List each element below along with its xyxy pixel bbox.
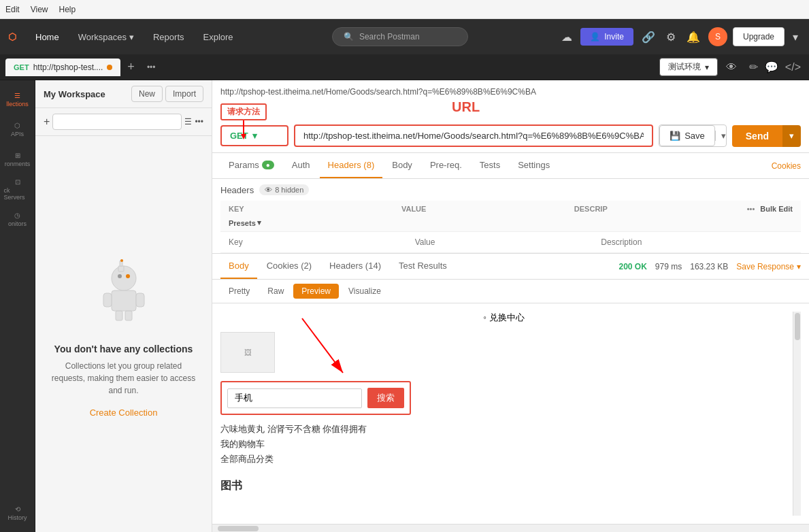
- sidebar-item-environments[interactable]: ⊞ ronments: [4, 146, 31, 173]
- save-icon: 💾: [670, 131, 680, 141]
- resp-tab-cookies[interactable]: Cookies (2): [259, 254, 320, 279]
- key-input[interactable]: [229, 237, 410, 247]
- apis-label: APIs: [11, 131, 24, 137]
- hscrollbar-thumb[interactable]: [218, 526, 259, 531]
- resp-tab-test-results[interactable]: Test Results: [391, 254, 455, 279]
- expand-icon[interactable]: ▾: [790, 28, 801, 46]
- save-button[interactable]: 💾 Save: [659, 125, 715, 146]
- new-button[interactable]: New: [131, 86, 163, 102]
- headers-section: Headers 👁 8 hidden KEY VALUE DESCRIP •••…: [212, 179, 809, 254]
- tab-settings[interactable]: Settings: [510, 153, 558, 178]
- preview-image: 🖼: [220, 332, 275, 373]
- preview-search-button[interactable]: 搜索: [367, 388, 404, 408]
- desc-input[interactable]: [601, 237, 782, 247]
- invite-button[interactable]: 👤 Invite: [580, 28, 633, 46]
- table-row: [220, 232, 801, 253]
- share-icon[interactable]: 🔗: [639, 28, 658, 46]
- value-header: VALUE: [401, 205, 569, 213]
- resp-status: 200 OK 979 ms 163.23 KB Save Response ▾: [619, 262, 802, 271]
- add-collection-icon[interactable]: +: [44, 116, 50, 128]
- descrip-header: DESCRIP: [574, 205, 742, 213]
- resp-tab-body[interactable]: Body: [220, 254, 257, 279]
- menu-help[interactable]: Help: [59, 5, 76, 14]
- empty-illustration: [83, 251, 165, 333]
- sidebar-item-apis[interactable]: ⬡ APIs: [4, 116, 31, 143]
- comment-icon[interactable]: 💬: [762, 58, 781, 76]
- toolbar-right: ☁ 👤 Invite 🔗 ⚙ 🔔 S Upgrade ▾: [559, 27, 801, 46]
- save-response-button[interactable]: Save Response ▾: [736, 262, 801, 271]
- notifications-icon[interactable]: 🔔: [684, 28, 703, 46]
- save-dropdown-icon[interactable]: ▾: [715, 131, 726, 141]
- sidebar-item-monitors[interactable]: ◷ onitors: [4, 205, 31, 233]
- search-text: Search Postman: [359, 32, 420, 41]
- tab-prereq[interactable]: Pre-req.: [422, 153, 470, 178]
- menu-bar: Edit View Help: [0, 0, 809, 19]
- toolbar-nav: Home Workspaces ▾ Reports Explore: [27, 28, 242, 46]
- bulk-edit-button[interactable]: Bulk Edit: [760, 205, 793, 213]
- create-collection-button[interactable]: Create Collection: [90, 408, 158, 418]
- edit-icon[interactable]: ✏: [746, 58, 761, 76]
- preview-line1: 六味地黄丸 治肾亏不含糖 你值得拥有: [220, 423, 787, 435]
- desc-cell: [601, 237, 782, 247]
- nav-home[interactable]: Home: [27, 28, 67, 46]
- panel-actions: New Import: [131, 86, 203, 102]
- avatar[interactable]: S: [708, 27, 727, 46]
- panel-more-icon[interactable]: •••: [195, 117, 203, 127]
- environments-icon: ⊞: [15, 152, 20, 159]
- sidebar-item-mock-servers[interactable]: ⊡ ck Servers: [4, 176, 31, 203]
- send-button[interactable]: Send: [732, 125, 782, 147]
- svg-marker-12: [241, 134, 246, 139]
- preview-scrollbar[interactable]: [793, 312, 801, 516]
- tabs-more-button[interactable]: •••: [142, 63, 161, 72]
- view-tabs: Pretty Raw Preview Visualize: [212, 280, 809, 303]
- value-input[interactable]: [415, 237, 596, 247]
- sync-icon[interactable]: ☁: [559, 28, 575, 46]
- upgrade-button[interactable]: Upgrade: [733, 27, 785, 46]
- tab-tests[interactable]: Tests: [472, 153, 508, 178]
- presets-button[interactable]: Presets ▾: [229, 218, 396, 227]
- method-selector[interactable]: GET ▾: [220, 125, 288, 146]
- menu-edit[interactable]: Edit: [5, 5, 20, 14]
- response-section: Body Cookies (2) Headers (14) Test Resul…: [212, 254, 809, 532]
- nav-workspaces[interactable]: Workspaces ▾: [70, 28, 142, 46]
- import-button[interactable]: Import: [165, 86, 203, 102]
- method-chevron: ▾: [252, 131, 257, 141]
- environment-selector[interactable]: 测试环境 ▾: [659, 58, 718, 76]
- nav-explore[interactable]: Explore: [195, 28, 242, 46]
- menu-view[interactable]: View: [31, 5, 48, 14]
- sidebar-item-collections[interactable]: ☰ llections: [4, 86, 31, 113]
- hidden-badge[interactable]: 👁 8 hidden: [259, 184, 309, 195]
- environment-eye-icon[interactable]: 👁: [723, 59, 740, 76]
- method-annotation: 请求方法: [220, 103, 267, 120]
- sidebar-item-history[interactable]: ⟲ History: [4, 499, 31, 527]
- view-tab-preview[interactable]: Preview: [293, 284, 339, 299]
- svg-rect-3: [112, 290, 136, 311]
- filter-icon[interactable]: ☰: [184, 117, 192, 127]
- scrollbar-thumb[interactable]: [795, 313, 800, 340]
- send-dropdown-button[interactable]: ▾: [782, 125, 801, 147]
- nav-reports[interactable]: Reports: [145, 28, 193, 46]
- settings-icon[interactable]: ⚙: [663, 28, 678, 46]
- tab-headers[interactable]: Headers (8): [320, 153, 383, 178]
- resp-tab-headers[interactable]: Headers (14): [321, 254, 389, 279]
- toolbar-search: 🔍 Search Postman: [247, 27, 554, 46]
- url-input[interactable]: [294, 124, 653, 147]
- collections-search[interactable]: [52, 114, 182, 130]
- tab-params[interactable]: Params ●: [220, 153, 282, 178]
- active-tab[interactable]: GET http://tpshop-test....: [5, 59, 120, 76]
- tab-body[interactable]: Body: [384, 153, 420, 178]
- view-tab-pretty[interactable]: Pretty: [220, 284, 258, 299]
- code-icon[interactable]: </>: [782, 59, 804, 76]
- tab-auth[interactable]: Auth: [284, 153, 318, 178]
- cookies-link[interactable]: Cookies: [772, 161, 801, 171]
- view-tab-visualize[interactable]: Visualize: [340, 284, 389, 299]
- svg-rect-5: [136, 293, 144, 307]
- response-tabs: Body Cookies (2) Headers (14) Test Resul…: [212, 254, 809, 280]
- search-postman[interactable]: 🔍 Search Postman: [332, 27, 468, 46]
- svg-rect-4: [103, 293, 112, 307]
- preview-search-input[interactable]: [227, 388, 362, 408]
- view-tab-raw[interactable]: Raw: [259, 284, 292, 299]
- new-tab-button[interactable]: +: [122, 60, 140, 74]
- full-url-display: http://tpshop-test.itheima.net/Home/Good…: [220, 86, 801, 98]
- mock-servers-icon: ⊡: [15, 178, 20, 186]
